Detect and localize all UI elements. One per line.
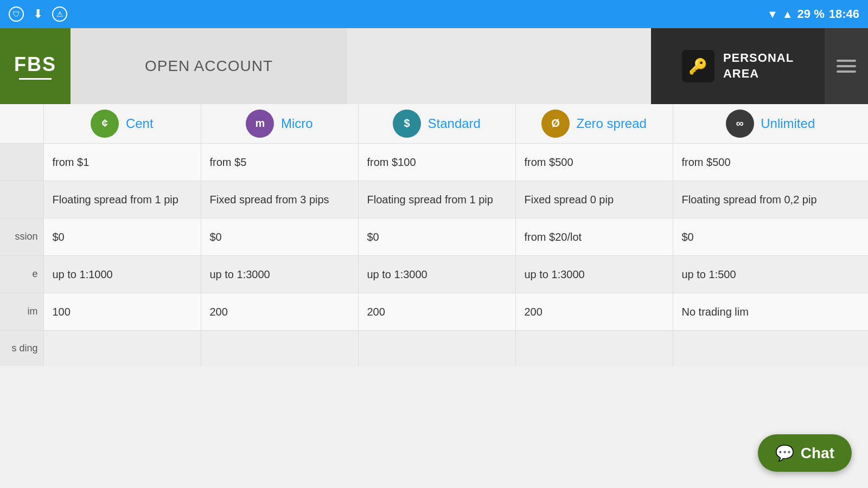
table-cell [673,330,868,366]
alert-shield-icon: ⚠ [52,7,67,22]
row-label-cell: e [0,255,43,293]
cent-label: Cent [126,116,154,131]
table-cell: up to 1:1000 [43,255,201,293]
header-unlimited: ∞ Unlimited [673,104,868,143]
header-standard: $ Standard [358,104,515,143]
table-cell: 200 [515,293,673,330]
status-bar: 🛡 ⬇ ⚠ ▼ ▲ 29 % 18:46 [0,0,868,28]
row-label-cell: s ding [0,330,43,366]
micro-label: Micro [281,116,313,131]
header-zero: Ø Zero spread [515,104,673,143]
table-cell [201,330,358,366]
table-cell: up to 1:3000 [201,255,358,293]
table-row: im100200200200No trading lim [0,293,868,330]
table-cell [358,330,515,366]
menu-line-1 [837,60,856,62]
chat-button[interactable]: 💬 Chat [758,434,852,472]
wifi-icon: ▼ [767,8,778,21]
hamburger-menu-button[interactable] [825,28,868,104]
row-label-cell: im [0,293,43,330]
download-icon: ⬇ [30,7,46,22]
header-micro: m Micro [201,104,358,143]
table-cell: up to 1:3000 [515,255,673,293]
app-header: FBS OPEN ACCOUNT 🔑 PERSONAL AREA [0,28,868,104]
unlimited-label: Unlimited [761,116,815,131]
table-cell: up to 1:3000 [358,255,515,293]
battery-level: 29 % [797,7,825,21]
fbs-logo: FBS [0,28,71,104]
table-cell: Fixed spread from 3 pips [201,181,358,218]
table-row: eup to 1:1000up to 1:3000up to 1:3000up … [0,255,868,293]
logo-underline [19,78,52,80]
account-comparison-table: ¢ Cent m Micro $ Standard Ø Zero spread … [0,104,868,488]
table-cell: $0 [201,218,358,255]
table-cell: 200 [358,293,515,330]
row-label-cell [0,143,43,181]
menu-line-2 [837,65,856,67]
header-spacer [347,28,651,104]
zero-icon: Ø [541,110,570,138]
table-cell: from $100 [358,143,515,181]
time-display: 18:46 [829,7,859,21]
table-cell: 200 [201,293,358,330]
personal-area-text: PERSONAL AREA [723,50,794,81]
table-row: Floating spread from 1 pipFixed spread f… [0,181,868,218]
open-account-button[interactable]: OPEN ACCOUNT [71,28,347,104]
table-cell: 100 [43,293,201,330]
status-icons-left: 🛡 ⬇ ⚠ [9,7,67,22]
chat-bubble-icon: 💬 [775,444,794,462]
table-cell: from $500 [673,143,868,181]
table-cell: from $1 [43,143,201,181]
table-row: s ding [0,330,868,366]
table-cell: No trading lim [673,293,868,330]
micro-icon: m [246,110,274,138]
table-cell: up to 1:500 [673,255,868,293]
signal-icon: ▲ [782,8,793,21]
chat-label: Chat [801,445,834,462]
table-cell: Floating spread from 1 pip [43,181,201,218]
table-cell: from $500 [515,143,673,181]
header-label-cell [0,104,43,143]
status-right: ▼ ▲ 29 % 18:46 [767,7,859,21]
row-label-cell: ssion [0,218,43,255]
shield-circle-icon: 🛡 [9,7,24,22]
table-cell: Floating spread from 0,2 pip [673,181,868,218]
standard-icon: $ [393,110,421,138]
header-cent: ¢ Cent [43,104,201,143]
table-cell: from $5 [201,143,358,181]
unlimited-icon: ∞ [726,110,754,138]
personal-area-button[interactable]: 🔑 PERSONAL AREA [651,28,825,104]
table-cell: Floating spread from 1 pip [358,181,515,218]
table-cell: from $20/lot [515,218,673,255]
table-cell: $0 [43,218,201,255]
personal-area-icon: 🔑 [682,50,714,82]
table-cell: $0 [673,218,868,255]
standard-label: Standard [428,116,481,131]
table-row: ssion$0$0$0from $20/lot$0 [0,218,868,255]
table-header-row: ¢ Cent m Micro $ Standard Ø Zero spread … [0,104,868,143]
table-cell [43,330,201,366]
table-cell: Fixed spread 0 pip [515,181,673,218]
table-row: from $1from $5from $100from $500from $50… [0,143,868,181]
cent-icon: ¢ [91,110,119,138]
row-label-cell [0,181,43,218]
menu-line-3 [837,70,856,73]
table-cell: $0 [358,218,515,255]
table-cell [515,330,673,366]
zero-label: Zero spread [577,116,647,131]
